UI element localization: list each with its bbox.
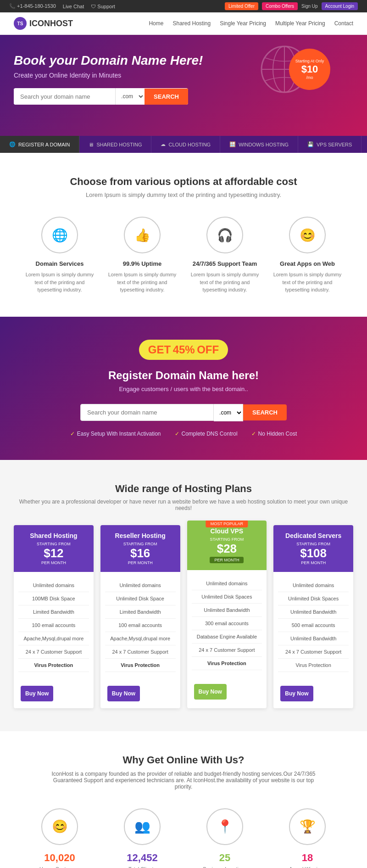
hero-title-italic: Book <box>14 53 46 67</box>
support-icon-circle: 🎧 <box>206 217 243 253</box>
domain-services-icon-circle: 🌐 <box>41 217 78 253</box>
promo-badge: GET 45% OFF <box>139 340 228 360</box>
plan-feature: 24 x 7 Customer Support <box>105 645 176 659</box>
logo-icon: TS <box>14 17 27 30</box>
plan-shared-buy-button[interactable]: Buy Now <box>21 686 53 701</box>
plan-shared-name: Shared Hosting <box>21 532 87 539</box>
plan-reseller-buy-button[interactable]: Buy Now <box>107 686 140 701</box>
hero-section: Book your Domain Name Here! Create your … <box>0 35 367 136</box>
plan-cloud-name: Cloud VPS <box>194 527 260 535</box>
hero-search-button[interactable]: SEARCH <box>145 89 188 105</box>
feature-domain-services: 🌐 Domain Services Lorem Ipsum is simply … <box>23 217 96 294</box>
register-domain-label: REGISTER A DOMAIN <box>18 142 70 147</box>
domain-services-title: Domain Services <box>23 260 96 267</box>
nav-contact[interactable]: Contact <box>334 20 353 27</box>
live-chat-link[interactable]: Live Chat <box>63 4 84 9</box>
plan-cloud-header: Cloud VPS STARTING FROM $28 PER MONTH <box>187 521 267 570</box>
nav-tab-vps[interactable]: 💾 VPS SERVERS <box>298 136 361 153</box>
promo-search-input[interactable] <box>80 404 214 421</box>
plan-dedicated-per: PER MONTH <box>280 560 346 565</box>
promo-subtitle: Engage customers / users with the best d… <box>14 386 353 392</box>
customers-icon-circle: 😊 <box>41 808 78 845</box>
nav-tab-cloud[interactable]: ☁ CLOUD HOSTING <box>151 136 220 153</box>
plan-dedicated-buy-button[interactable]: Buy Now <box>280 686 313 701</box>
top-bar: 📞 +1-845-180-1530 Live Chat 🛡 Support Li… <box>0 0 367 12</box>
logo-text: ICONHOST <box>29 19 73 28</box>
nav-home[interactable]: Home <box>149 20 163 27</box>
plan-feature: Apache,Mysql,drupal more <box>105 632 176 645</box>
top-bar-right: Limited Offer Combo Offers Sign Up Accou… <box>225 2 358 10</box>
plan-cloud-per: PER MONTH <box>210 557 244 563</box>
vps-icon: 💾 <box>307 141 314 147</box>
hero-search-bar: .com.net.org SEARCH <box>14 88 188 105</box>
plan-reseller-per: PER MONTH <box>107 560 173 565</box>
plan-dedicated-starting: STARTING FROM <box>280 542 346 546</box>
vps-label: VPS SERVERS <box>317 142 352 147</box>
nav-tabs-bar: 🌐 REGISTER A DOMAIN 🖥 SHARED HOSTING ☁ C… <box>0 136 367 153</box>
plan-shared-header: Shared Hosting STARTING FROM $12 PER MON… <box>14 525 94 572</box>
support-link[interactable]: 🛡 Support <box>91 4 115 9</box>
combo-offers-btn[interactable]: Combo Offers <box>262 2 298 10</box>
features-subtitle: Lorem Ipsum is simply dummy text of the … <box>14 191 353 198</box>
plan-cloud-price: $28 <box>194 542 260 556</box>
badge-price-text: $10 <box>301 63 318 75</box>
plan-feature: Unlimited Disk Spaces <box>278 592 349 605</box>
plan-feature: 24 x 7 Customer Support <box>18 645 89 659</box>
why-us-title: Why Get Online With Us? <box>14 754 353 766</box>
promo-feature-3: No Hidden Cost <box>251 431 297 437</box>
plan-cloud-buy-button[interactable]: Buy Now <box>194 684 227 700</box>
plan-reseller-price: $16 <box>107 546 173 560</box>
plan-feature: Virus Protection <box>105 659 176 672</box>
hosting-section: Wide range of Hosting Plans Whether you … <box>0 460 367 731</box>
plan-shared-per: PER MONTH <box>21 560 87 565</box>
plan-dedicated-header: Dedicated Servers STARTING FROM $108 PER… <box>273 525 353 572</box>
plan-reseller-starting: STARTING FROM <box>107 542 173 546</box>
top-bar-left: 📞 +1-845-180-1530 Live Chat 🛡 Support <box>9 3 115 9</box>
awards-icon-circle: 🏆 <box>289 808 326 845</box>
windows-hosting-icon: 🪟 <box>229 141 236 147</box>
nav-tab-shared[interactable]: 🖥 SHARED HOSTING <box>79 136 151 153</box>
plan-shared-starting: STARTING FROM <box>21 542 87 546</box>
shared-hosting-icon: 🖥 <box>89 142 94 147</box>
promo-badge-off: OFF <box>197 343 219 356</box>
limited-offer-btn[interactable]: Limited Offer <box>225 2 258 10</box>
features-grid: 🌐 Domain Services Lorem Ipsum is simply … <box>14 217 353 294</box>
feature-apps: 😊 Great Apps on Web Lorem Ipsum is simpl… <box>271 217 344 294</box>
uptime-icon-circle: 👍 <box>124 217 161 253</box>
hosting-title: Wide range of Hosting Plans <box>14 483 353 495</box>
hero-search-input[interactable] <box>14 89 115 105</box>
nav-shared-hosting[interactable]: Shared Hosting <box>172 20 211 27</box>
plan-feature: Unlimited domains <box>105 579 176 592</box>
sign-up-btn[interactable]: Sign Up <box>301 4 318 9</box>
hero-extension-select[interactable]: .com.net.org <box>115 88 145 105</box>
promo-features-list: Easy Setup With Instant Activation Compl… <box>14 431 353 437</box>
cloud-hosting-icon: ☁ <box>161 141 166 147</box>
nav-tab-register[interactable]: 🌐 REGISTER A DOMAIN <box>0 136 79 153</box>
shared-hosting-label: SHARED HOSTING <box>96 142 142 147</box>
promo-search-button[interactable]: SEARCH <box>243 404 287 420</box>
plan-feature: 24 x 7 Customer Support <box>192 644 262 657</box>
account-login-btn[interactable]: Account Login <box>322 2 358 10</box>
nav-single-year[interactable]: Single Year Pricing <box>220 20 266 27</box>
windows-hosting-label: WINDOWS HOSTING <box>239 142 289 147</box>
apps-title: Great Apps on Web <box>271 260 344 267</box>
plan-feature: Limited Bandwidth <box>105 605 176 619</box>
plan-dedicated-price: $108 <box>280 546 346 560</box>
plan-feature: 100 email accounts <box>18 619 89 632</box>
cloud-hosting-label: CLOUD HOSTING <box>168 142 211 147</box>
plans-grid: Shared Hosting STARTING FROM $12 PER MON… <box>14 525 353 708</box>
clients-icon-circle: 👥 <box>124 808 161 845</box>
plan-reseller-features: Unlimited domains Unlimited Disk Space L… <box>100 572 180 679</box>
plan-cloud: MOST POPULAR Cloud VPS STARTING FROM $28… <box>187 521 267 708</box>
plan-feature: 100MB Disk Space <box>18 592 89 605</box>
promo-extension-select[interactable]: .com.net.org <box>214 404 243 421</box>
plan-cloud-features: Unlimited domains Unlimited Disk Spaces … <box>187 570 267 677</box>
stat-customers-label: Happy Customers <box>25 866 94 868</box>
plan-shared: Shared Hosting STARTING FROM $12 PER MON… <box>14 525 94 708</box>
nav-multi-year[interactable]: Multiple Year Pricing <box>275 20 325 27</box>
stat-clients-label: Total Clients <box>108 866 177 868</box>
nav-tab-windows[interactable]: 🪟 WINDOWS HOSTING <box>220 136 298 153</box>
plan-feature: Limited Bandwidth <box>18 605 89 619</box>
stat-clients: 👥 12,452 Total Clients <box>108 808 177 868</box>
stat-clients-number: 12,452 <box>108 852 177 864</box>
